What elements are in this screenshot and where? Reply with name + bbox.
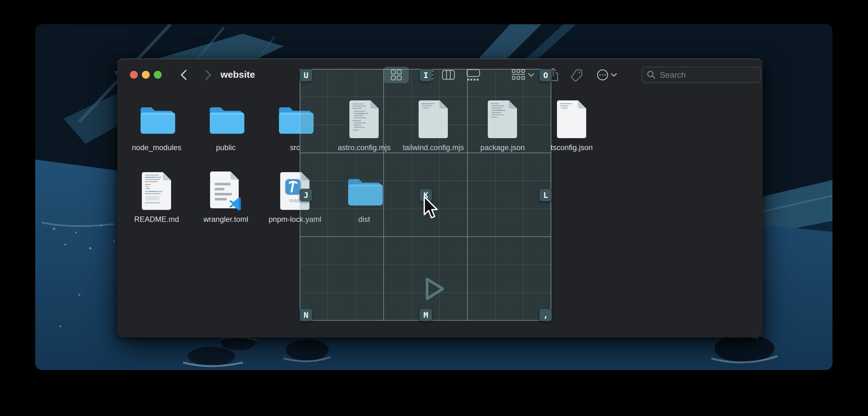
file-item-readme[interactable]: README.md	[124, 171, 189, 224]
grid-key-text: I	[423, 71, 428, 80]
search-placeholder: Search	[660, 70, 686, 80]
yaml-badge-text: YAML	[289, 198, 301, 203]
grid-key-text: N	[304, 310, 308, 320]
window-title: website	[220, 69, 255, 80]
grid-key-M[interactable]: M	[420, 309, 432, 321]
search-icon	[647, 70, 656, 80]
file-item-wrangler-toml[interactable]: wrangler.toml	[193, 171, 258, 224]
grid-key-comma[interactable]: ,	[539, 309, 552, 321]
grid-key-U[interactable]: U	[300, 69, 312, 82]
traffic-lights	[130, 71, 162, 79]
more-actions-button[interactable]	[595, 67, 620, 83]
grid-key-text: L	[543, 191, 548, 200]
grid-key-O[interactable]: O	[539, 69, 552, 82]
grid-key-text: U	[304, 71, 308, 80]
folder-icon	[193, 99, 258, 139]
tag-icon	[570, 68, 585, 82]
grid-key-text: ,	[543, 310, 548, 320]
grid-key-L[interactable]: L	[539, 189, 552, 201]
grid-key-text: M	[423, 310, 428, 320]
minimize-button[interactable]	[142, 71, 150, 79]
play-hint-icon	[425, 276, 446, 301]
file-name: wrangler.toml	[193, 215, 258, 224]
screenshot-stage: website	[0, 0, 868, 416]
tags-button[interactable]	[569, 67, 585, 83]
folder-icon	[124, 99, 189, 139]
grid-key-N[interactable]: N	[300, 309, 312, 321]
grid-key-text: O	[543, 71, 548, 80]
search-field[interactable]: Search	[642, 67, 761, 83]
grid-key-J[interactable]: J	[300, 189, 312, 201]
back-button[interactable]	[178, 68, 190, 82]
close-button[interactable]	[130, 71, 138, 79]
ellipsis-circle-icon	[596, 68, 619, 82]
mouse-cursor	[423, 196, 439, 221]
document-vscode-icon	[193, 171, 258, 211]
file-name: node_modules	[124, 143, 189, 152]
file-item-node-modules[interactable]: node_modules	[124, 99, 189, 152]
file-item-public[interactable]: public	[193, 99, 258, 152]
file-name: README.md	[124, 215, 189, 224]
grid-key-text: J	[304, 191, 308, 200]
document-icon	[124, 171, 189, 211]
forward-button[interactable]	[202, 68, 214, 82]
grid-key-I[interactable]: I	[420, 69, 432, 82]
fullscreen-button[interactable]	[154, 71, 162, 79]
file-name: public	[193, 143, 258, 152]
